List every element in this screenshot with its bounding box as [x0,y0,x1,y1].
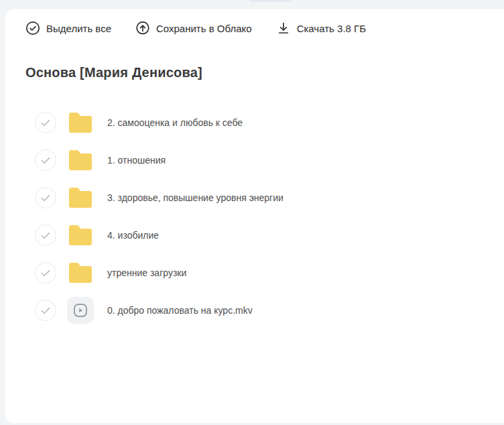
row-checkbox[interactable] [35,149,56,171]
row-checkbox[interactable] [35,187,56,208]
select-all-button[interactable]: Выделить все [25,21,111,36]
toolbar: Выделить все Сохранить в Облако Скач [5,9,504,38]
folder-icon [67,149,94,172]
folder-icon [67,186,94,209]
file-name: 4. изобилие [107,230,159,241]
cloud-upload-icon [135,21,150,36]
row-checkbox[interactable] [35,300,56,321]
list-item[interactable]: 4. изобилие [5,217,504,254]
save-to-cloud-label: Сохранить в Облако [156,23,252,34]
file-name: 2. самооценка и любовь к себе [107,117,243,129]
download-label: Скачать 3.8 ГБ [297,23,366,34]
file-name: утренние загрузки [107,267,186,279]
list-item[interactable]: утренние загрузки [5,254,504,292]
folder-icon [67,224,94,247]
folder-icon [67,111,94,134]
check-circle-icon [25,21,40,36]
row-checkbox[interactable] [35,262,56,284]
list-item[interactable]: 3. здоровье, повышение уровня энергии [5,179,504,217]
top-toast-remnant [249,0,292,2]
list-item[interactable]: 1. отношения [5,141,504,179]
row-checkbox[interactable] [35,225,56,246]
list-item[interactable]: 0. добро пожаловать на курс.mkv [5,292,504,329]
row-checkbox[interactable] [35,112,56,133]
download-icon [276,21,291,36]
download-button[interactable]: Скачать 3.8 ГБ [276,21,366,36]
save-to-cloud-button[interactable]: Сохранить в Облако [135,21,252,36]
list-item[interactable]: 2. самооценка и любовь к себе [5,104,504,141]
video-file-icon [67,297,94,324]
content-card: Выделить все Сохранить в Облако Скач [5,9,504,423]
select-all-label: Выделить все [46,23,111,34]
folder-icon [67,261,94,284]
file-name: 0. добро пожаловать на курс.mkv [107,305,253,316]
file-name: 1. отношения [107,155,166,166]
page-title: Основа [Мария Денисова] [25,65,504,80]
file-list: 2. самооценка и любовь к себе 1. отношен… [5,104,504,329]
file-name: 3. здоровье, повышение уровня энергии [107,192,284,204]
